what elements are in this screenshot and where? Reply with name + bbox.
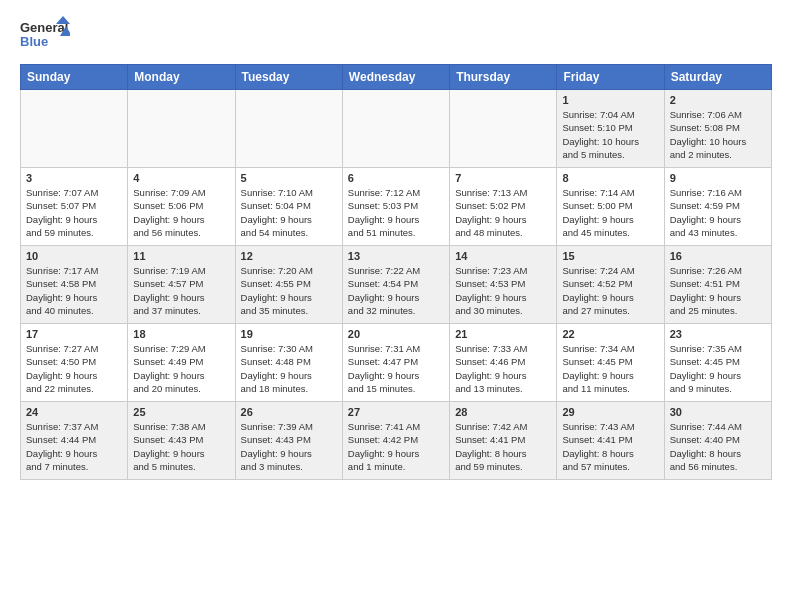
calendar-cell: 22Sunrise: 7:34 AM Sunset: 4:45 PM Dayli…: [557, 324, 664, 402]
calendar-cell: 8Sunrise: 7:14 AM Sunset: 5:00 PM Daylig…: [557, 168, 664, 246]
day-info: Sunrise: 7:20 AM Sunset: 4:55 PM Dayligh…: [241, 264, 337, 317]
day-info: Sunrise: 7:29 AM Sunset: 4:49 PM Dayligh…: [133, 342, 229, 395]
day-number: 2: [670, 94, 766, 106]
day-number: 11: [133, 250, 229, 262]
calendar-cell: 3Sunrise: 7:07 AM Sunset: 5:07 PM Daylig…: [21, 168, 128, 246]
day-info: Sunrise: 7:09 AM Sunset: 5:06 PM Dayligh…: [133, 186, 229, 239]
calendar-cell: 14Sunrise: 7:23 AM Sunset: 4:53 PM Dayli…: [450, 246, 557, 324]
day-number: 19: [241, 328, 337, 340]
header: General Blue: [20, 16, 772, 54]
calendar-cell: [21, 90, 128, 168]
calendar-cell: 30Sunrise: 7:44 AM Sunset: 4:40 PM Dayli…: [664, 402, 771, 480]
calendar-cell: 10Sunrise: 7:17 AM Sunset: 4:58 PM Dayli…: [21, 246, 128, 324]
logo-graphic: General Blue: [20, 16, 70, 54]
day-info: Sunrise: 7:23 AM Sunset: 4:53 PM Dayligh…: [455, 264, 551, 317]
calendar-cell: 5Sunrise: 7:10 AM Sunset: 5:04 PM Daylig…: [235, 168, 342, 246]
day-info: Sunrise: 7:27 AM Sunset: 4:50 PM Dayligh…: [26, 342, 122, 395]
weekday-header-tuesday: Tuesday: [235, 65, 342, 90]
day-number: 24: [26, 406, 122, 418]
day-number: 3: [26, 172, 122, 184]
calendar-cell: 16Sunrise: 7:26 AM Sunset: 4:51 PM Dayli…: [664, 246, 771, 324]
day-number: 21: [455, 328, 551, 340]
calendar-cell: 28Sunrise: 7:42 AM Sunset: 4:41 PM Dayli…: [450, 402, 557, 480]
day-number: 14: [455, 250, 551, 262]
calendar-cell: 25Sunrise: 7:38 AM Sunset: 4:43 PM Dayli…: [128, 402, 235, 480]
calendar-cell: [235, 90, 342, 168]
calendar-cell: 11Sunrise: 7:19 AM Sunset: 4:57 PM Dayli…: [128, 246, 235, 324]
calendar-cell: 24Sunrise: 7:37 AM Sunset: 4:44 PM Dayli…: [21, 402, 128, 480]
calendar-cell: 18Sunrise: 7:29 AM Sunset: 4:49 PM Dayli…: [128, 324, 235, 402]
day-info: Sunrise: 7:35 AM Sunset: 4:45 PM Dayligh…: [670, 342, 766, 395]
weekday-header-sunday: Sunday: [21, 65, 128, 90]
calendar-cell: 13Sunrise: 7:22 AM Sunset: 4:54 PM Dayli…: [342, 246, 449, 324]
day-number: 22: [562, 328, 658, 340]
calendar-cell: [450, 90, 557, 168]
calendar-week-5: 24Sunrise: 7:37 AM Sunset: 4:44 PM Dayli…: [21, 402, 772, 480]
day-info: Sunrise: 7:19 AM Sunset: 4:57 PM Dayligh…: [133, 264, 229, 317]
calendar-week-1: 1Sunrise: 7:04 AM Sunset: 5:10 PM Daylig…: [21, 90, 772, 168]
day-info: Sunrise: 7:07 AM Sunset: 5:07 PM Dayligh…: [26, 186, 122, 239]
day-number: 1: [562, 94, 658, 106]
page: General Blue SundayMondayTuesdayWednesda…: [0, 0, 792, 612]
day-number: 18: [133, 328, 229, 340]
day-number: 30: [670, 406, 766, 418]
calendar-cell: [342, 90, 449, 168]
calendar-cell: 9Sunrise: 7:16 AM Sunset: 4:59 PM Daylig…: [664, 168, 771, 246]
calendar-week-3: 10Sunrise: 7:17 AM Sunset: 4:58 PM Dayli…: [21, 246, 772, 324]
calendar-cell: [128, 90, 235, 168]
day-info: Sunrise: 7:34 AM Sunset: 4:45 PM Dayligh…: [562, 342, 658, 395]
day-number: 8: [562, 172, 658, 184]
calendar-cell: 17Sunrise: 7:27 AM Sunset: 4:50 PM Dayli…: [21, 324, 128, 402]
calendar-week-2: 3Sunrise: 7:07 AM Sunset: 5:07 PM Daylig…: [21, 168, 772, 246]
day-number: 13: [348, 250, 444, 262]
day-number: 29: [562, 406, 658, 418]
day-number: 9: [670, 172, 766, 184]
calendar-cell: 27Sunrise: 7:41 AM Sunset: 4:42 PM Dayli…: [342, 402, 449, 480]
calendar-cell: 26Sunrise: 7:39 AM Sunset: 4:43 PM Dayli…: [235, 402, 342, 480]
day-info: Sunrise: 7:10 AM Sunset: 5:04 PM Dayligh…: [241, 186, 337, 239]
day-info: Sunrise: 7:24 AM Sunset: 4:52 PM Dayligh…: [562, 264, 658, 317]
day-number: 17: [26, 328, 122, 340]
day-info: Sunrise: 7:31 AM Sunset: 4:47 PM Dayligh…: [348, 342, 444, 395]
weekday-header-row: SundayMondayTuesdayWednesdayThursdayFrid…: [21, 65, 772, 90]
calendar-cell: 29Sunrise: 7:43 AM Sunset: 4:41 PM Dayli…: [557, 402, 664, 480]
day-info: Sunrise: 7:04 AM Sunset: 5:10 PM Dayligh…: [562, 108, 658, 161]
day-info: Sunrise: 7:39 AM Sunset: 4:43 PM Dayligh…: [241, 420, 337, 473]
day-number: 15: [562, 250, 658, 262]
weekday-header-saturday: Saturday: [664, 65, 771, 90]
day-info: Sunrise: 7:17 AM Sunset: 4:58 PM Dayligh…: [26, 264, 122, 317]
day-info: Sunrise: 7:14 AM Sunset: 5:00 PM Dayligh…: [562, 186, 658, 239]
calendar-cell: 15Sunrise: 7:24 AM Sunset: 4:52 PM Dayli…: [557, 246, 664, 324]
day-info: Sunrise: 7:33 AM Sunset: 4:46 PM Dayligh…: [455, 342, 551, 395]
calendar-cell: 21Sunrise: 7:33 AM Sunset: 4:46 PM Dayli…: [450, 324, 557, 402]
logo-container: General Blue: [20, 16, 70, 54]
calendar-cell: 19Sunrise: 7:30 AM Sunset: 4:48 PM Dayli…: [235, 324, 342, 402]
day-number: 12: [241, 250, 337, 262]
svg-text:Blue: Blue: [20, 34, 48, 49]
weekday-header-wednesday: Wednesday: [342, 65, 449, 90]
calendar-cell: 2Sunrise: 7:06 AM Sunset: 5:08 PM Daylig…: [664, 90, 771, 168]
day-number: 16: [670, 250, 766, 262]
day-info: Sunrise: 7:41 AM Sunset: 4:42 PM Dayligh…: [348, 420, 444, 473]
day-info: Sunrise: 7:06 AM Sunset: 5:08 PM Dayligh…: [670, 108, 766, 161]
calendar-week-4: 17Sunrise: 7:27 AM Sunset: 4:50 PM Dayli…: [21, 324, 772, 402]
weekday-header-friday: Friday: [557, 65, 664, 90]
day-info: Sunrise: 7:12 AM Sunset: 5:03 PM Dayligh…: [348, 186, 444, 239]
day-info: Sunrise: 7:37 AM Sunset: 4:44 PM Dayligh…: [26, 420, 122, 473]
day-number: 6: [348, 172, 444, 184]
day-number: 10: [26, 250, 122, 262]
day-number: 7: [455, 172, 551, 184]
day-info: Sunrise: 7:22 AM Sunset: 4:54 PM Dayligh…: [348, 264, 444, 317]
calendar-cell: 23Sunrise: 7:35 AM Sunset: 4:45 PM Dayli…: [664, 324, 771, 402]
day-info: Sunrise: 7:38 AM Sunset: 4:43 PM Dayligh…: [133, 420, 229, 473]
calendar-cell: 4Sunrise: 7:09 AM Sunset: 5:06 PM Daylig…: [128, 168, 235, 246]
day-info: Sunrise: 7:43 AM Sunset: 4:41 PM Dayligh…: [562, 420, 658, 473]
calendar-cell: 6Sunrise: 7:12 AM Sunset: 5:03 PM Daylig…: [342, 168, 449, 246]
day-info: Sunrise: 7:13 AM Sunset: 5:02 PM Dayligh…: [455, 186, 551, 239]
calendar-table: SundayMondayTuesdayWednesdayThursdayFrid…: [20, 64, 772, 480]
calendar-cell: 12Sunrise: 7:20 AM Sunset: 4:55 PM Dayli…: [235, 246, 342, 324]
day-number: 4: [133, 172, 229, 184]
calendar-cell: 1Sunrise: 7:04 AM Sunset: 5:10 PM Daylig…: [557, 90, 664, 168]
day-number: 25: [133, 406, 229, 418]
day-info: Sunrise: 7:26 AM Sunset: 4:51 PM Dayligh…: [670, 264, 766, 317]
